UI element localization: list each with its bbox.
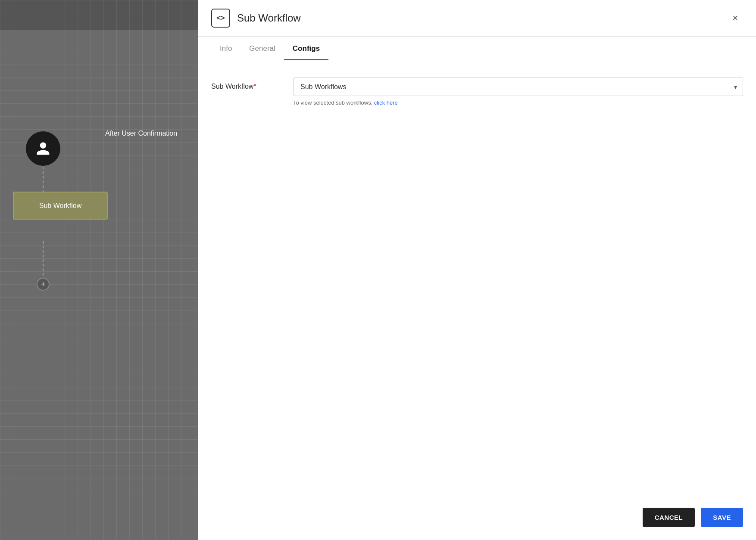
click-here-link[interactable]: click here [374,99,398,106]
dialog-footer: CANCEL SAVE [198,499,756,540]
connector-line-top [43,167,44,192]
helper-text: To view selected sub workflows, click he… [293,99,743,106]
code-icon-box: <> [211,9,230,28]
tab-general[interactable]: General [241,37,284,60]
add-node-button[interactable]: + [37,278,50,291]
dialog-content: Sub Workflow* Sub Workflows ▾ To view se… [198,60,756,499]
close-button[interactable]: × [728,10,743,26]
user-icon [35,141,51,156]
sub-workflow-form-row: Sub Workflow* Sub Workflows ▾ To view se… [211,78,743,106]
cancel-button[interactable]: CANCEL [643,508,695,527]
dialog-header: <> Sub Workflow × [198,0,756,37]
sub-workflow-node-label: Sub Workflow [39,202,81,210]
sub-workflow-select[interactable]: Sub Workflows [293,78,743,96]
required-indicator: * [253,83,256,90]
tab-configs[interactable]: Configs [284,37,328,60]
tabs-row: Info General Configs [198,37,756,60]
dialog-title: Sub Workflow [237,12,721,24]
user-node-circle [26,131,60,166]
user-node-label: After User Confirmation [105,130,177,137]
sub-workflow-select-wrapper: Sub Workflows ▾ [293,78,743,96]
sub-workflow-node[interactable]: Sub Workflow [13,192,108,220]
save-button[interactable]: SAVE [701,508,743,527]
close-icon: × [733,12,738,24]
canvas-grid [0,0,198,540]
workflow-canvas: After User Confirmation Sub Workflow + [0,0,198,540]
dialog-panel: <> Sub Workflow × Info General Configs S… [198,0,756,540]
sub-workflow-field-col: Sub Workflows ▾ To view selected sub wor… [293,78,743,106]
user-node-row: After User Confirmation [26,131,177,166]
sub-workflow-field-label: Sub Workflow* [211,78,280,90]
code-icon: <> [217,14,225,22]
connector-line-bottom [43,241,44,276]
tab-info[interactable]: Info [211,37,241,60]
plus-icon: + [41,280,46,289]
